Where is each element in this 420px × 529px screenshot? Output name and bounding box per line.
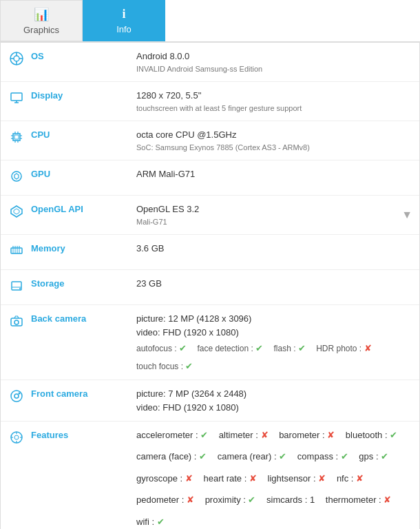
barometer-feature: barometer : ✘	[279, 430, 335, 440]
storage-icon	[9, 279, 24, 296]
storage-row: Storage 23 GB	[1, 270, 419, 305]
display-row: Display 1280 x 720, 5.5" touchscreen wit…	[1, 82, 419, 121]
opengl-value: OpenGL ES 3.2 Mali-G71 ▼	[128, 196, 419, 234]
nfc-feature: nfc : ✘	[337, 473, 364, 484]
memory-icon	[9, 244, 24, 261]
storage-label: Storage	[1, 270, 128, 304]
cpu-label: CPU	[1, 121, 128, 160]
hdr-photo-cross: ✘	[364, 343, 372, 353]
opengl-icon	[9, 205, 24, 222]
tab-bar: 📊 Graphics i Info	[0, 0, 420, 42]
memory-row: Memory 3.6 GB	[1, 235, 419, 270]
front-camera-row: Front camera picture: 7 MP (3264 x 2448)…	[1, 380, 419, 422]
back-camera-value: picture: 12 MP (4128 x 3096) video: FHD …	[128, 305, 419, 380]
proximity-feature: proximity : ✔	[205, 495, 256, 505]
memory-label: Memory	[1, 235, 128, 269]
svg-marker-20	[11, 206, 22, 217]
svg-rect-10	[14, 135, 19, 139]
svg-marker-21	[14, 209, 19, 214]
features-icon	[9, 431, 24, 448]
cpu-value: octa core CPU @1.5GHz SoC: Samsung Exyno…	[128, 121, 419, 160]
os-icon	[9, 52, 24, 69]
wifi-feature: wifi : ✔	[136, 517, 165, 527]
os-row: OS Android 8.0.0 INVALID Android Samsung…	[1, 43, 419, 82]
os-value: Android 8.0.0 INVALID Android Samsung-ss…	[128, 43, 419, 81]
tab-graphics-label: Graphics	[23, 25, 59, 35]
tab-info-label: Info	[116, 24, 132, 34]
touch-focus-feature: touch focus : ✔	[136, 362, 193, 371]
accelerometer-feature: accelerometer : ✔	[136, 430, 208, 440]
features-line-3: gyroscope : ✘ heart rate : ✘ lightsensor…	[136, 470, 411, 486]
svg-point-40	[14, 435, 19, 439]
face-detection-check: ✔	[255, 343, 263, 353]
front-camera-label: Front camera	[1, 380, 128, 421]
tab-graphics[interactable]: 📊 Graphics	[0, 0, 83, 41]
opengl-row: OpenGL API OpenGL ES 3.2 Mali-G71 ▼	[1, 196, 419, 235]
info-icon: i	[122, 7, 125, 21]
simcards-feature: simcards : 1	[266, 495, 315, 505]
altimeter-feature: altimeter : ✘	[219, 430, 269, 440]
touch-focus-check: ✔	[185, 361, 193, 371]
back-camera-row: Back camera picture: 12 MP (4128 x 3096)…	[1, 305, 419, 380]
autofocus-feature: autofocus : ✔	[136, 344, 187, 353]
heart-rate-feature: heart rate : ✘	[203, 473, 256, 484]
front-camera-value: picture: 7 MP (3264 x 2448) video: FHD (…	[128, 380, 419, 421]
gpu-icon	[9, 169, 24, 187]
flash-feature: flash : ✔	[273, 344, 305, 353]
thermometer-feature: thermometer : ✘	[326, 495, 392, 505]
lightsensor-feature: lightsensor : ✘	[268, 473, 326, 484]
front-camera-icon	[9, 389, 24, 406]
features-line-2: camera (face) : ✔ camera (rear) : ✔ comp…	[136, 448, 411, 464]
bluetooth-feature: bluetooth : ✔	[346, 430, 397, 440]
gyroscope-feature: gyroscope : ✘	[136, 473, 193, 484]
gps-feature: gps : ✔	[359, 451, 388, 461]
svg-point-38	[19, 393, 21, 395]
features-value: accelerometer : ✔ altimeter : ✘ baromete…	[128, 422, 419, 529]
memory-value: 3.6 GB	[128, 235, 419, 269]
svg-point-36	[11, 391, 22, 402]
svg-point-1	[14, 56, 19, 61]
svg-point-35	[14, 320, 19, 324]
info-table: OS Android 8.0.0 INVALID Android Samsung…	[0, 42, 420, 529]
graphics-icon: 📊	[34, 7, 49, 22]
features-label: Features	[1, 422, 128, 529]
camera-face-feature: camera (face) : ✔	[136, 451, 207, 461]
hdr-photo-feature: HDR photo : ✘	[316, 344, 371, 353]
flash-check: ✔	[298, 343, 306, 353]
compass-feature: compass : ✔	[297, 451, 348, 461]
storage-value: 23 GB	[128, 270, 419, 304]
tab-info[interactable]: i Info	[83, 0, 165, 41]
face-detection-feature: face detection : ✔	[197, 344, 263, 353]
display-value: 1280 x 720, 5.5" touchscreen with at lea…	[128, 82, 419, 121]
gpu-row: GPU ARM Mali-G71	[1, 160, 419, 196]
os-label: OS	[1, 43, 128, 81]
features-line-5: wifi : ✔	[136, 514, 411, 529]
svg-rect-6	[11, 93, 22, 101]
opengl-label: OpenGL API	[1, 196, 128, 234]
pedometer-feature: pedometer : ✘	[136, 495, 194, 505]
back-camera-icon	[9, 314, 24, 331]
features-line-4: pedometer : ✘ proximity : ✔ simcards : 1…	[136, 492, 411, 508]
display-icon	[9, 91, 24, 108]
svg-point-37	[14, 394, 19, 398]
cpu-icon	[9, 130, 24, 147]
svg-point-33	[19, 288, 21, 289]
autofocus-check: ✔	[179, 343, 187, 353]
cpu-row: CPU octa core CPU @1.5GHz SoC: Samsung E…	[1, 121, 419, 160]
opengl-dropdown-icon[interactable]: ▼	[401, 207, 412, 223]
svg-rect-22	[11, 248, 22, 253]
gpu-label: GPU	[1, 160, 128, 195]
camera-rear-feature: camera (rear) : ✔	[218, 451, 287, 461]
gpu-value: ARM Mali-G71	[128, 160, 419, 195]
features-line-1: accelerometer : ✔ altimeter : ✘ baromete…	[136, 427, 411, 443]
display-label: Display	[1, 82, 128, 121]
svg-point-19	[12, 172, 21, 181]
back-camera-label: Back camera	[1, 305, 128, 380]
features-row: Features accelerometer : ✔ altimeter : ✘…	[1, 422, 419, 529]
